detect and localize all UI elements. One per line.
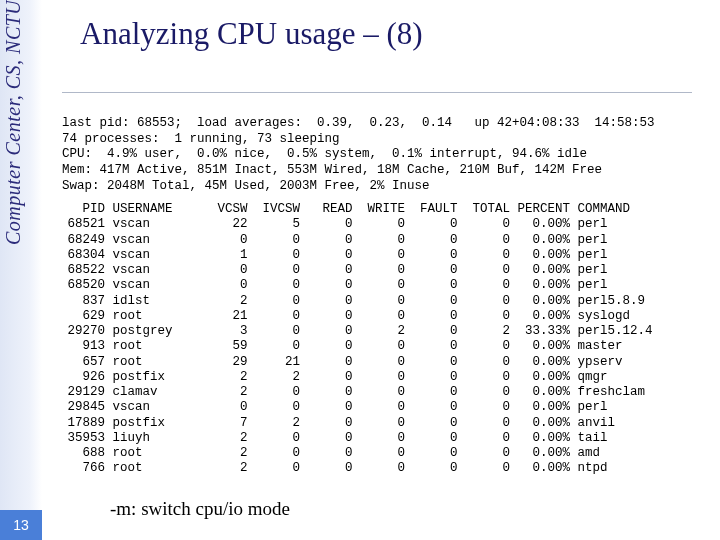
- footnote: -m: switch cpu/io mode: [110, 498, 290, 520]
- page-number: 13: [0, 510, 42, 540]
- process-table: PID USERNAME VCSW IVCSW READ WRITE FAULT…: [60, 202, 653, 477]
- side-label: Computer Center, CS, NCTU: [2, 0, 40, 340]
- top-header-block: last pid: 68553; load averages: 0.39, 0.…: [62, 116, 702, 194]
- title-underline: [62, 92, 692, 93]
- page-title: Analyzing CPU usage – (8): [80, 16, 423, 52]
